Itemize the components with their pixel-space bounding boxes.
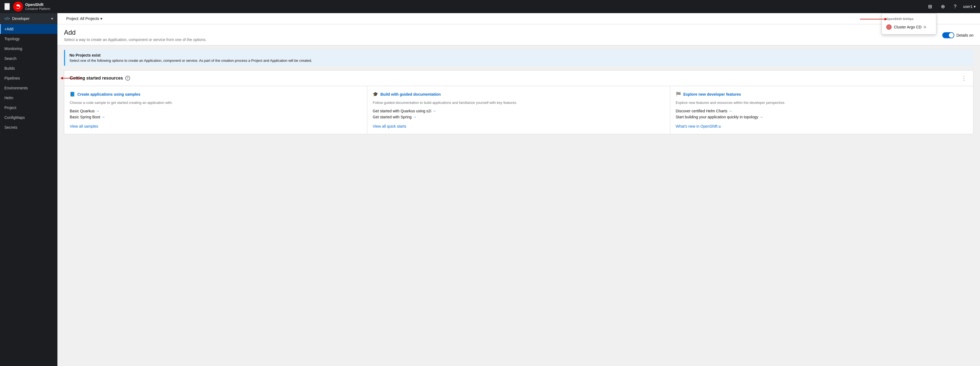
guided-header: 🎓 Build with guided documentation xyxy=(373,92,665,97)
whats-new-link[interactable]: What's new in OpenShift ⧉ xyxy=(676,124,721,129)
sidebar-nav: +Add Topology Monitoring Search Builds P… xyxy=(0,24,57,366)
samples-column: 📘 Create applications using samples Choo… xyxy=(64,86,367,134)
pipelines-arrow xyxy=(60,77,82,80)
helm-charts-link[interactable]: Discover certified Helm Charts → xyxy=(676,109,968,113)
features-title: Explore new developer features xyxy=(683,92,741,97)
cluster-argo-cd-label: Cluster Argo CD xyxy=(894,25,921,29)
basic-spring-boot-label: Basic Spring Boot xyxy=(70,115,100,119)
hamburger-button[interactable]: ☰ xyxy=(5,3,10,10)
sidebar-item-helm[interactable]: Helm xyxy=(0,93,57,103)
perspective-text: Developer xyxy=(12,16,30,21)
sidebar-item-configmaps[interactable]: ConfigMaps xyxy=(0,113,57,123)
quarkus-s2i-link[interactable]: Get started with Quarkus using s2i → xyxy=(373,109,665,113)
dropdown-arrow-indicator xyxy=(860,18,887,21)
alert-title: No Projects exist xyxy=(70,53,969,57)
brand: OpenShift Container Platform xyxy=(13,2,50,11)
external-link-icon: ⧉ xyxy=(924,25,926,29)
basic-spring-boot-link[interactable]: Basic Spring Boot → xyxy=(70,115,361,119)
sidebar-item-secrets[interactable]: Secrets xyxy=(0,123,57,132)
features-header: 🏁 Explore new developer features xyxy=(676,92,968,97)
resources-columns: 📘 Create applications using samples Choo… xyxy=(64,86,973,134)
details-toggle-switch[interactable] xyxy=(942,32,954,38)
top-nav: ☰ OpenShift Container Platform ⊞ ⊕ ? use… xyxy=(0,0,980,13)
svg-point-0 xyxy=(13,2,23,11)
samples-description: Choose a code sample to get started crea… xyxy=(70,100,361,105)
perspective-label: </> Developer xyxy=(5,16,30,21)
alert-banner: No Projects exist Select one of the foll… xyxy=(64,50,974,66)
spring-label: Get started with Spring xyxy=(373,115,412,119)
quarkus-s2i-label: Get started with Quarkus using s2i xyxy=(373,109,431,113)
perspective-icon: </> xyxy=(5,16,10,21)
page-header: Add Select a way to create an Applicatio… xyxy=(57,24,980,45)
guided-description: Follow guided documentation to build app… xyxy=(373,100,665,105)
main-content: Project: All Projects ▾ Add Select a way… xyxy=(57,13,980,366)
sidebar-item-topology[interactable]: Topology xyxy=(0,34,57,44)
guided-column: 🎓 Build with guided documentation Follow… xyxy=(367,86,670,134)
perspective-switcher[interactable]: </> Developer ▾ xyxy=(0,13,57,24)
sidebar: </> Developer ▾ +Add Topology Monitoring… xyxy=(0,13,57,366)
redhat-logo xyxy=(13,2,23,11)
basic-quarkus-label: Basic Quarkus xyxy=(70,109,95,113)
gitops-dropdown-title: OpenShift GitOps xyxy=(882,16,936,22)
cluster-argo-cd-item[interactable]: Cluster Argo CD ⧉ xyxy=(882,22,936,32)
samples-title: Create applications using samples xyxy=(77,92,140,97)
whats-new-label: What's new in OpenShift xyxy=(676,124,718,129)
brand-text: OpenShift Container Platform xyxy=(25,2,50,11)
sidebar-item-project[interactable]: Project xyxy=(0,103,57,113)
gitops-dropdown: OpenShift GitOps Cluster Argo CD ⧉ xyxy=(881,13,936,35)
user-button[interactable]: user1 ▾ xyxy=(963,4,975,9)
details-toggle-label: Details on xyxy=(956,33,974,37)
sidebar-item-monitoring[interactable]: Monitoring xyxy=(0,44,57,54)
project-chevron: ▾ xyxy=(100,16,102,21)
basic-quarkus-link[interactable]: Basic Quarkus → xyxy=(70,109,361,113)
sidebar-item-pipelines[interactable]: Pipelines xyxy=(0,73,57,83)
argo-icon xyxy=(886,24,892,30)
project-label: Project: All Projects xyxy=(66,16,99,21)
sidebar-item-add[interactable]: +Add xyxy=(0,24,57,34)
nav-right: ⊞ ⊕ ? user1 ▾ xyxy=(926,2,975,11)
pipelines-arrow-head xyxy=(60,77,63,80)
page-subtitle: Select a way to create an Application, c… xyxy=(64,37,207,42)
page-header-left: Add Select a way to create an Applicatio… xyxy=(64,29,207,42)
sidebar-item-environments[interactable]: Environments xyxy=(0,83,57,93)
resources-help-icon[interactable]: ? xyxy=(125,76,130,81)
nav-left: ☰ OpenShift Container Platform xyxy=(5,2,50,11)
features-icon: 🏁 xyxy=(676,92,681,97)
helm-charts-arrow: → xyxy=(729,109,732,113)
topology-arrow: → xyxy=(759,115,763,119)
spring-arrow: → xyxy=(413,115,417,119)
sub-header: Project: All Projects ▾ xyxy=(57,13,980,24)
project-dropdown[interactable]: Project: All Projects ▾ xyxy=(64,15,105,22)
topology-label: Start building your application quickly … xyxy=(676,115,758,119)
topology-link[interactable]: Start building your application quickly … xyxy=(676,115,968,119)
view-all-quick-starts-link[interactable]: View all quick starts xyxy=(373,124,406,129)
alert-text: Select one of the following options to c… xyxy=(70,59,969,63)
guided-icon: 🎓 xyxy=(373,92,378,97)
add-button[interactable]: ⊕ xyxy=(939,2,947,11)
helm-charts-label: Discover certified Helm Charts xyxy=(676,109,727,113)
whats-new-external-icon: ⧉ xyxy=(719,125,721,128)
basic-quarkus-arrow: → xyxy=(96,109,100,113)
spring-link[interactable]: Get started with Spring → xyxy=(373,115,665,119)
features-description: Explore new features and resources withi… xyxy=(676,100,968,105)
arrow-line xyxy=(860,19,885,19)
sidebar-item-search[interactable]: Search xyxy=(0,54,57,64)
quarkus-s2i-arrow: → xyxy=(432,109,436,113)
resources-header: Getting started resources ? ⋮ xyxy=(64,70,973,86)
pipelines-arrow-line xyxy=(63,78,82,78)
samples-icon: 📘 xyxy=(70,92,75,97)
basic-spring-boot-arrow: → xyxy=(101,115,105,119)
arrow-head xyxy=(885,18,887,21)
details-toggle: Details on xyxy=(942,32,974,38)
features-column: 🏁 Explore new developer features Explore… xyxy=(670,86,973,134)
grid-button[interactable]: ⊞ xyxy=(926,2,934,11)
help-button[interactable]: ? xyxy=(951,3,959,11)
view-all-samples-link[interactable]: View all samples xyxy=(70,124,98,129)
guided-title: Build with guided documentation xyxy=(380,92,441,97)
resources-section: Getting started resources ? ⋮ 📘 Create a… xyxy=(64,70,974,134)
app-layout: </> Developer ▾ +Add Topology Monitoring… xyxy=(0,13,980,366)
resources-kebab-button[interactable]: ⋮ xyxy=(960,75,968,81)
samples-header: 📘 Create applications using samples xyxy=(70,92,361,97)
sidebar-item-builds[interactable]: Builds xyxy=(0,64,57,73)
redhat-logo-svg xyxy=(13,2,23,11)
